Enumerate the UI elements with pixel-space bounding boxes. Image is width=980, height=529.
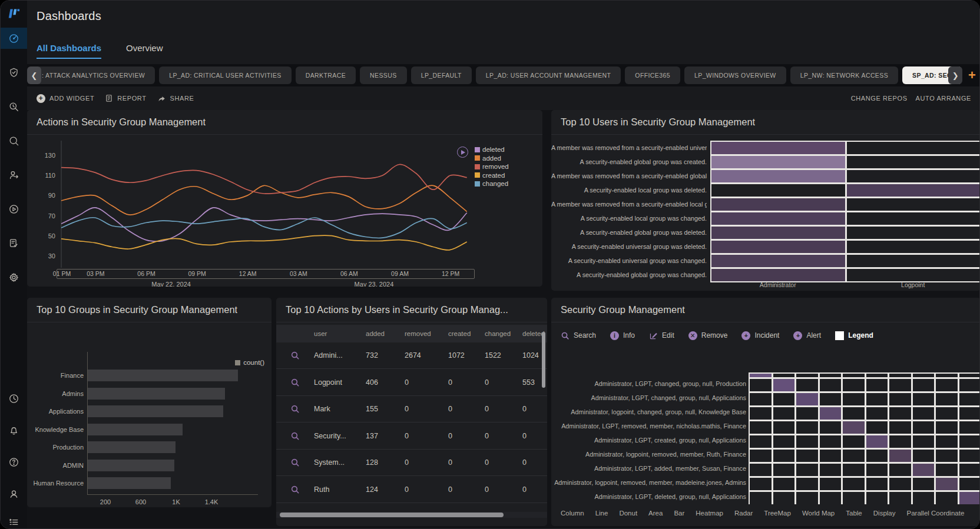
heatmap-cell[interactable]	[936, 407, 958, 420]
tab-overview[interactable]: Overview	[126, 43, 163, 53]
heatmap-cell[interactable]	[913, 393, 935, 405]
heatmap-cell[interactable]	[750, 407, 772, 420]
legend-item-removed[interactable]: removed	[475, 162, 509, 171]
bar[interactable]	[88, 370, 238, 381]
heatmap-cell[interactable]	[773, 478, 795, 490]
bar-legend[interactable]: count()	[235, 359, 264, 366]
heatmap-cell[interactable]	[913, 379, 935, 391]
bar[interactable]	[88, 424, 183, 435]
heatmap-cell[interactable]	[959, 478, 980, 490]
sidebar-item-play-circle[interactable]	[1, 198, 27, 219]
heatmap-cell[interactable]	[796, 379, 818, 391]
heatmap-cell[interactable]	[959, 492, 980, 504]
legend-item-changed[interactable]: changed	[475, 179, 509, 188]
heatmap-cell[interactable]	[936, 450, 958, 462]
heatmap-cell[interactable]	[711, 269, 845, 281]
bar[interactable]	[88, 477, 171, 489]
heatmap-cell[interactable]	[711, 170, 845, 182]
sidebar-item-user-management[interactable]	[1, 164, 27, 185]
heatmap-cell[interactable]	[936, 379, 958, 391]
x-axis-brush[interactable]: 01 PM03 PM06 PM09 PM12 AM03 AM06 AM09 AM…	[57, 269, 475, 279]
play-button[interactable]	[457, 147, 468, 158]
legend-item-deleted[interactable]: deleted	[475, 145, 509, 154]
heatmap-cell[interactable]	[936, 374, 958, 377]
chart-type-tab-line[interactable]: Line	[595, 510, 608, 517]
dashboard-tab[interactable]: LP_DEFAULT	[411, 66, 472, 84]
legend-item-added[interactable]: added	[475, 154, 509, 163]
heatmap-cell[interactable]	[820, 492, 842, 504]
heatmap-cell[interactable]	[959, 379, 980, 391]
heatmap-cell[interactable]	[889, 421, 911, 434]
heatmap-cell[interactable]	[847, 184, 980, 197]
sidebar-item-settings[interactable]	[1, 267, 27, 288]
heatmap-cell[interactable]	[750, 464, 772, 476]
heatmap-cell[interactable]	[820, 379, 842, 391]
chart-type-tab-parallel-coordinate[interactable]: Parallel Coordinate	[906, 510, 964, 517]
heatmap-cell[interactable]	[889, 374, 911, 377]
horizontal-scrollbar[interactable]	[280, 513, 504, 517]
heatmap-cell[interactable]	[796, 492, 818, 504]
heatmap-cell[interactable]	[866, 492, 888, 504]
search-icon[interactable]	[290, 431, 300, 441]
chart-type-tab-donut[interactable]: Donut	[619, 510, 637, 517]
heatmap-cell[interactable]	[820, 464, 842, 476]
sidebar-item-search-history[interactable]	[1, 96, 27, 117]
heatmap-cell[interactable]	[843, 492, 865, 504]
heatmap-cell[interactable]	[773, 435, 795, 448]
chart-type-tab-display[interactable]: Display	[873, 510, 896, 517]
heatmap-cell[interactable]	[750, 393, 772, 405]
heatmap-cell[interactable]	[889, 407, 911, 420]
heatmap-cell[interactable]	[750, 379, 772, 391]
heatmap-cell[interactable]	[820, 450, 842, 462]
chart-type-tab-bar[interactable]: Bar	[674, 510, 684, 517]
heatmap-cell[interactable]	[711, 142, 845, 154]
add-dashboard-button[interactable]: +	[968, 69, 976, 82]
heatmap-cell[interactable]	[843, 478, 865, 490]
heatmap-cell[interactable]	[913, 407, 935, 420]
heatmap-cell[interactable]	[847, 170, 980, 182]
table-row[interactable]: System...1280000	[276, 450, 547, 476]
heatmap-cell[interactable]	[773, 393, 795, 405]
heatmap-cell[interactable]	[843, 464, 865, 476]
report-button[interactable]: REPORT	[105, 94, 146, 102]
heatmap-cell[interactable]	[820, 407, 842, 420]
heatmap-cell[interactable]	[773, 464, 795, 476]
heatmap-cell[interactable]	[866, 379, 888, 391]
heatmap-cell[interactable]	[936, 421, 958, 434]
add-widget-button[interactable]: + ADD WIDGET	[37, 94, 94, 103]
heatmap-cell[interactable]	[847, 269, 980, 281]
bar[interactable]	[88, 405, 223, 417]
heatmap-cell[interactable]	[773, 379, 795, 391]
chart-type-tab-radar[interactable]: Radar	[734, 510, 753, 517]
sidebar-item-task-list[interactable]	[1, 515, 27, 528]
sidebar-item-account[interactable]	[1, 484, 27, 504]
incident-tool-button[interactable]: +Incident	[741, 331, 779, 340]
heatmap-cell[interactable]	[773, 407, 795, 420]
heatmap-cell[interactable]	[866, 374, 888, 377]
heatmap-cell[interactable]	[796, 393, 818, 405]
sidebar-item-search[interactable]	[1, 130, 27, 151]
heatmap-cell[interactable]	[889, 492, 911, 504]
sidebar-item-clock[interactable]	[1, 388, 27, 408]
share-button[interactable]: SHARE	[157, 94, 194, 103]
sidebar-item-report-doc[interactable]	[1, 232, 27, 254]
dashboard-tab[interactable]: LP_WINDOWS OVERVIEW	[684, 66, 786, 84]
dashboard-tab[interactable]: : ATTACK ANALYTICS OVERVIEW	[32, 66, 155, 84]
sidebar-item-shield-check[interactable]	[1, 62, 27, 83]
heatmap-cell[interactable]	[847, 156, 980, 168]
heatmap-cell[interactable]	[847, 255, 980, 267]
heatmap-cell[interactable]	[959, 421, 980, 434]
table-row[interactable]: Mark1550000	[276, 396, 547, 422]
heatmap-cell[interactable]	[913, 492, 935, 504]
dashboard-tab[interactable]: NESSUS	[360, 66, 407, 84]
heatmap-cell[interactable]	[711, 241, 845, 253]
chart-type-tab-heatmap[interactable]: Heatmap	[696, 510, 723, 517]
scroll-left-button[interactable]: ❮	[27, 66, 41, 84]
search-tool-button[interactable]: Search	[561, 331, 596, 340]
legend-tool-button[interactable]: Legend	[835, 331, 873, 340]
heatmap-cell[interactable]	[847, 142, 980, 154]
heatmap-cell[interactable]	[711, 156, 845, 168]
heatmap-cell[interactable]	[750, 450, 772, 462]
bar[interactable]	[88, 388, 225, 400]
heatmap-cell[interactable]	[711, 227, 845, 239]
